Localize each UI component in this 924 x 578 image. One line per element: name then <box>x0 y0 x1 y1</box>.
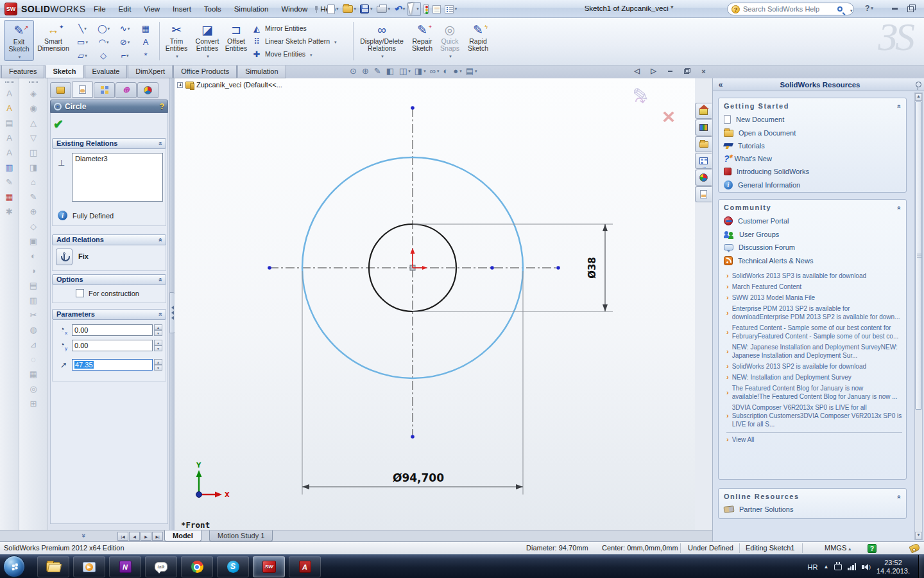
relations-listbox[interactable]: Diameter3 <box>72 153 163 202</box>
tab-evaluate[interactable]: Evaluate <box>85 66 128 78</box>
toolbar-icon[interactable]: ✎ <box>3 175 17 189</box>
help-menu-button[interactable]: ? <box>865 4 873 13</box>
headsup-tool-button[interactable]: ⊙ <box>350 66 358 76</box>
toolbar-icon[interactable]: ✎ <box>26 190 40 204</box>
feature-manager-tab[interactable] <box>50 82 71 98</box>
toolbar-overflow-chevron-icon[interactable]: » <box>80 534 88 538</box>
model-tab[interactable]: Model <box>164 530 201 541</box>
save-button[interactable] <box>359 2 374 16</box>
sketch-tool-button[interactable]: ∿▾ <box>114 22 135 35</box>
news-link[interactable]: The Featured Content Blog for January is… <box>726 383 902 402</box>
tab-nav-button[interactable]: ▶| <box>152 532 163 541</box>
clock[interactable]: 23:5214.4.2013. <box>877 559 910 575</box>
menu-item[interactable]: File <box>87 2 112 16</box>
quick-snaps-button[interactable]: ◎ Quick Snaps <box>436 20 463 60</box>
taskbar-gtalk[interactable]: talk <box>145 556 177 577</box>
taskbar-solidworks[interactable]: SW <box>253 556 285 577</box>
introducing-solidworks-link[interactable]: Introducing SolidWorks <box>723 165 902 178</box>
headsup-tool-button[interactable]: ◫▾ <box>399 66 411 76</box>
headsup-tool-caret-icon[interactable]: ▾ <box>437 69 440 74</box>
sketch-tool-caret-icon[interactable]: ▾ <box>108 26 110 31</box>
feature-tree-flyout[interactable]: Zupcanik_veci (Default<<... <box>177 81 282 89</box>
open-button[interactable] <box>341 2 358 16</box>
undo-button[interactable]: ↶ <box>393 2 406 16</box>
sketch-tool-button[interactable]: ▱▾ <box>72 49 93 62</box>
taskbar-adobe-reader[interactable]: A <box>289 556 321 577</box>
sketch-tool-button[interactable]: * <box>135 49 157 62</box>
custom-properties-tab[interactable] <box>695 186 712 202</box>
new-document-button[interactable] <box>326 2 340 16</box>
tutorials-link[interactable]: Tutorials <box>723 139 902 152</box>
tab-simulation[interactable]: Simulation <box>237 66 286 78</box>
radius-spinner[interactable]: ▲▼ <box>154 359 162 371</box>
toolbar-grip[interactable] <box>5 81 14 83</box>
toolbar-icon[interactable]: ⊞ <box>26 397 40 410</box>
toolbar-icon[interactable]: ◌ <box>26 353 40 366</box>
discussion-forum-link[interactable]: Discussion Forum <box>723 241 902 254</box>
rebuild-button[interactable] <box>422 2 430 16</box>
news-link[interactable]: Featured Content - Sample some of our be… <box>726 322 902 342</box>
sketch-tool-caret-icon[interactable]: ▾ <box>107 40 109 45</box>
headsup-tool-button[interactable]: ⊕ <box>362 66 370 76</box>
sketch-tool-button[interactable]: A <box>135 35 157 49</box>
pin-icon[interactable] <box>912 82 924 87</box>
toolbar-icon[interactable]: A <box>3 101 17 115</box>
headsup-tool-button[interactable]: ∞▾ <box>430 66 440 76</box>
sketch-tool-caret-icon[interactable]: ▾ <box>128 40 130 45</box>
scrollbar-thumb[interactable] <box>915 101 922 410</box>
property-manager-tab[interactable] <box>72 81 93 98</box>
whats-new-link[interactable]: ?What's New <box>723 152 902 165</box>
toolbar-icon[interactable]: A <box>3 131 17 144</box>
menu-item[interactable]: Insert <box>166 2 198 16</box>
menu-item[interactable]: View <box>137 2 166 16</box>
toolbar-icon[interactable]: ▣ <box>26 234 40 248</box>
part-name-label[interactable]: Zupcanik_veci (Default<<... <box>196 81 282 89</box>
taskbar-chrome[interactable] <box>181 556 213 577</box>
toolbar-icon[interactable]: ◨ <box>26 161 40 174</box>
move-entities-button[interactable]: ✚ Move Entities <box>252 48 353 60</box>
news-link[interactable]: SWW 2013 Model Mania File <box>726 292 902 303</box>
resources-home-tab[interactable] <box>695 103 712 119</box>
sketch-point[interactable] <box>268 266 271 270</box>
volume-icon[interactable]: ) <box>862 564 871 570</box>
customer-portal-link[interactable]: Customer Portal <box>723 214 902 228</box>
news-link[interactable]: SolidWorks 2013 SP2 is available for dow… <box>726 361 902 372</box>
exit-sketch-caret-icon[interactable] <box>17 53 21 60</box>
network-signal-icon[interactable] <box>848 563 856 570</box>
pane-right-button[interactable]: ▷ <box>649 67 658 75</box>
tab-nav-button[interactable]: |◀ <box>117 532 128 541</box>
pane-left-button[interactable]: ◁ <box>632 67 642 75</box>
start-button[interactable] <box>3 556 25 577</box>
tab-nav-button[interactable]: ▶ <box>141 532 151 541</box>
units-selector[interactable]: MMGS ▴ <box>825 544 851 552</box>
tab-office-products[interactable]: Office Products <box>173 66 237 78</box>
dimension-text-94700[interactable]: Ø94,700 <box>393 471 444 484</box>
toolbar-icon[interactable]: ⌂ <box>26 175 40 189</box>
toolbar-icon[interactable]: ⊿ <box>26 338 40 351</box>
toolbar-icon[interactable]: ◇ <box>26 220 40 233</box>
headsup-tool-button[interactable]: ◧ <box>386 66 395 76</box>
trim-caret-icon[interactable] <box>175 52 178 60</box>
file-explorer-tab[interactable] <box>695 136 712 152</box>
pm-help-icon[interactable]: ? <box>160 102 164 111</box>
print-button[interactable] <box>375 2 392 16</box>
sketch-tool-button[interactable]: ╲▾ <box>72 22 93 35</box>
taskbar-media-player[interactable]: ▶ <box>73 556 105 577</box>
display-delete-caret-icon[interactable] <box>380 52 384 60</box>
power-plug-icon[interactable] <box>834 564 842 570</box>
quick-snaps-caret-icon[interactable] <box>448 52 452 60</box>
doc-minimize-button[interactable] <box>665 67 675 75</box>
ok-checkmark-button[interactable]: ✔ <box>53 117 64 132</box>
tree-expand-icon[interactable] <box>177 82 183 88</box>
help-search-box[interactable]: ? <box>727 3 854 15</box>
getting-started-header[interactable]: Getting Started <box>723 101 902 112</box>
center-x-field[interactable]: 0.00 <box>72 324 153 336</box>
sketch-tool-button[interactable]: ◠▾ <box>93 35 114 49</box>
tab-features[interactable]: Features <box>1 66 44 78</box>
headsup-tool-button[interactable]: ✎ <box>374 66 382 76</box>
mirror-entities-button[interactable]: ◭ Mirror Entities <box>252 22 353 35</box>
confirmation-corner-exit-icon[interactable]: ✎ <box>631 82 651 107</box>
menu-item[interactable]: Window <box>275 2 314 16</box>
toolbar-icon[interactable]: ▤ <box>26 279 40 292</box>
collapse-task-pane-icon[interactable]: « <box>713 80 728 89</box>
